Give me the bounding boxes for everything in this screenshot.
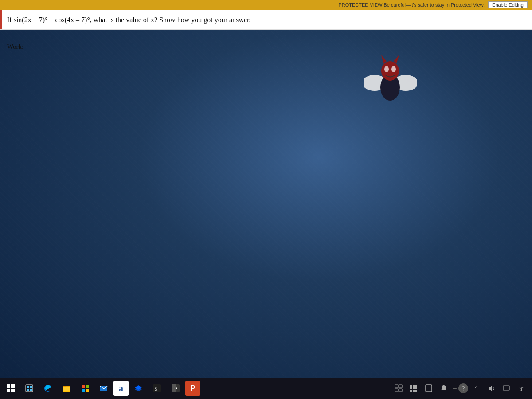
svg-rect-8 (7, 384, 10, 388)
svg-marker-6 (381, 55, 387, 63)
taskbar-right: – ? ^ (391, 381, 532, 395)
chevron-up-icon[interactable]: ^ (469, 381, 483, 395)
svg-rect-13 (27, 386, 29, 388)
svg-rect-37 (415, 385, 417, 387)
background-texture (0, 10, 532, 378)
tray-separator: – (452, 384, 458, 392)
svg-rect-33 (395, 389, 398, 392)
svg-rect-47 (503, 386, 509, 390)
svg-rect-29 (172, 384, 176, 392)
word-icon-label: a (119, 383, 123, 394)
edge-button[interactable] (39, 379, 57, 397)
taskbar: a $ P (0, 378, 532, 399)
store-button[interactable] (76, 379, 94, 397)
svg-rect-42 (413, 390, 415, 392)
svg-rect-14 (30, 386, 32, 388)
svg-rect-40 (415, 387, 417, 389)
svg-rect-34 (399, 389, 402, 392)
svg-rect-48 (505, 391, 508, 391)
svg-rect-9 (11, 384, 15, 388)
svg-point-45 (428, 391, 429, 391)
start-button[interactable] (2, 379, 20, 397)
svg-rect-20 (86, 385, 89, 388)
enable-editing-button[interactable]: Enable Editing (488, 1, 528, 8)
terminal-button[interactable]: $ (148, 379, 166, 397)
svg-rect-16 (30, 389, 32, 391)
svg-point-3 (381, 61, 399, 81)
svg-point-49 (521, 390, 522, 391)
svg-rect-23 (100, 386, 107, 391)
svg-point-5 (391, 66, 396, 72)
svg-rect-32 (399, 385, 402, 388)
mail-button[interactable] (95, 379, 113, 397)
help-icon[interactable]: ? (458, 383, 468, 393)
work-label: Work: (7, 43, 23, 51)
svg-rect-31 (395, 385, 398, 388)
svg-rect-19 (82, 385, 85, 388)
svg-rect-10 (7, 389, 10, 392)
volume-icon[interactable] (484, 381, 498, 395)
svg-rect-21 (82, 389, 85, 392)
protected-view-bar: PROTECTED VIEW Be careful—it's safer to … (0, 0, 532, 10)
mascot-svg (364, 50, 417, 107)
svg-rect-15 (27, 389, 29, 391)
powerpoint-icon-label: P (191, 384, 196, 392)
file-explorer-button[interactable] (58, 379, 75, 397)
notifications-icon[interactable] (437, 381, 451, 395)
svg-rect-36 (413, 385, 415, 387)
svg-text:$: $ (154, 386, 157, 392)
document-area: If sin(2x + 7)° = cos(4x – 7)°, what is … (0, 10, 532, 378)
word-button[interactable]: a (113, 381, 129, 396)
svg-marker-7 (394, 55, 399, 63)
powerpoint-button[interactable]: P (185, 381, 200, 396)
help-icon-label: ? (462, 385, 465, 392)
protected-view-message: PROTECTED VIEW Be careful—it's safer to … (338, 2, 485, 8)
apps-grid-icon[interactable] (407, 381, 421, 395)
dropbox-button[interactable] (129, 379, 147, 397)
question-text: If sin(2x + 7)° = cos(4x – 7)°, what is … (7, 15, 525, 25)
svg-rect-11 (11, 389, 15, 392)
display-icon[interactable] (499, 381, 513, 395)
svg-rect-41 (410, 390, 412, 392)
svg-rect-38 (410, 387, 412, 389)
question-content: If sin(2x + 7)° = cos(4x – 7)°, what is … (7, 16, 250, 23)
taskbar-left: a $ P (0, 379, 200, 397)
svg-marker-46 (489, 385, 492, 391)
document-panel: If sin(2x + 7)° = cos(4x – 7)°, what is … (0, 10, 532, 30)
svg-point-4 (384, 66, 389, 72)
tablet-mode-icon[interactable] (422, 381, 436, 395)
media-button[interactable] (167, 379, 184, 397)
svg-rect-43 (415, 390, 417, 392)
svg-rect-22 (86, 389, 89, 392)
mascot-figure (364, 50, 417, 107)
svg-rect-39 (413, 387, 415, 389)
taskbar-search-button[interactable] (20, 379, 38, 397)
virtual-desktop-icon[interactable] (391, 381, 406, 395)
network-icon[interactable] (514, 381, 528, 395)
svg-rect-35 (410, 385, 412, 387)
left-accent (0, 10, 2, 29)
